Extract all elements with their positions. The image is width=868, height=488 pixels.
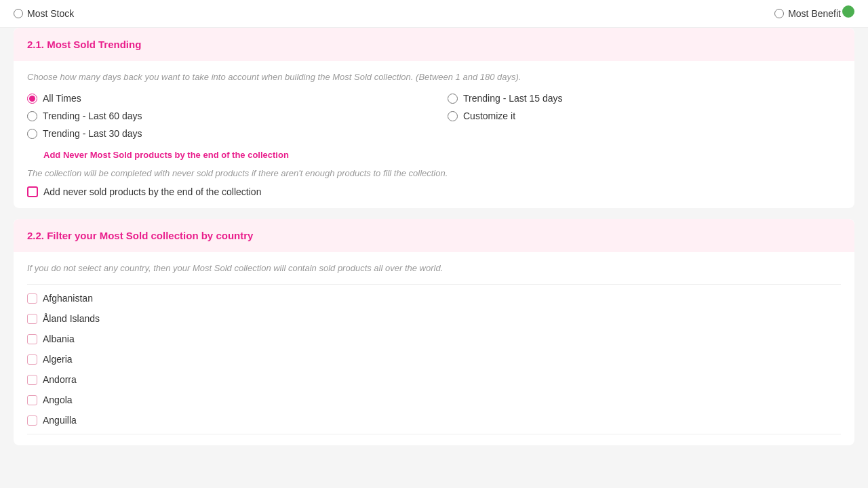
label-andorra: Andorra (43, 374, 77, 385)
trending-15-radio[interactable] (448, 94, 458, 104)
checkbox-angola[interactable] (27, 395, 37, 405)
never-sold-link[interactable]: Add Never Most Sold products by the end … (27, 150, 841, 160)
trending-options-grid: All Times Trending - Last 15 days Trendi… (27, 93, 841, 139)
section-22-card: 2.2. Filter your Most Sold collection by… (14, 219, 854, 445)
label-anguilla: Anguilla (43, 415, 77, 426)
never-sold-section: Add Never Most Sold products by the end … (27, 150, 841, 197)
all-times-label: All Times (43, 93, 81, 104)
country-algeria[interactable]: Algeria (27, 351, 835, 367)
country-angola[interactable]: Angola (27, 392, 835, 408)
country-afghanistan[interactable]: Afghanistan (27, 290, 835, 306)
section-21-title: 2.1. Most Sold Trending (27, 39, 141, 50)
label-aland-islands: Åland Islands (43, 313, 100, 324)
country-aland-islands[interactable]: Åland Islands (27, 310, 835, 327)
section-21-header: 2.1. Most Sold Trending (14, 28, 854, 61)
most-benefit-radio[interactable] (774, 9, 784, 18)
customize-label: Customize it (463, 110, 515, 121)
label-algeria: Algeria (43, 354, 73, 365)
country-list: Afghanistan Åland Islands Albania (27, 290, 841, 428)
country-albania[interactable]: Albania (27, 331, 835, 347)
trending-15-label: Trending - Last 15 days (463, 93, 563, 104)
country-scroll-area[interactable]: Afghanistan Åland Islands Albania (27, 290, 841, 428)
customize-radio[interactable] (448, 111, 458, 121)
checkbox-albania[interactable] (27, 334, 37, 344)
all-times-radio[interactable] (27, 94, 37, 104)
main-content: 2.1. Most Sold Trending Choose how many … (0, 28, 868, 470)
label-afghanistan: Afghanistan (43, 293, 93, 304)
label-angola: Angola (43, 394, 73, 405)
checkbox-andorra[interactable] (27, 375, 37, 385)
checkbox-algeria[interactable] (27, 354, 37, 365)
trending-60-label: Trending - Last 60 days (43, 110, 142, 121)
checkbox-afghanistan[interactable] (27, 293, 37, 304)
customize-option[interactable]: Customize it (448, 110, 841, 121)
country-andorra[interactable]: Andorra (27, 371, 835, 388)
trending-30-label: Trending - Last 30 days (43, 128, 142, 139)
trending-60-radio[interactable] (27, 111, 37, 121)
section-22-body: If you do not select any country, then y… (14, 252, 854, 445)
country-list-wrapper: Afghanistan Åland Islands Albania (27, 284, 841, 434)
label-albania: Albania (43, 333, 75, 344)
top-bar: Most Stock Most Benefit (0, 0, 868, 28)
trending-30-radio[interactable] (27, 129, 37, 139)
all-times-option[interactable]: All Times (27, 93, 420, 104)
checkbox-anguilla[interactable] (27, 415, 37, 426)
section-22-title: 2.2. Filter your Most Sold collection by… (27, 230, 253, 241)
status-indicator (842, 5, 854, 18)
never-sold-description: The collection will be completed with ne… (27, 168, 841, 178)
never-sold-checkbox-label: Add never sold products by the end of th… (43, 186, 261, 197)
checkbox-aland-islands[interactable] (27, 314, 37, 324)
most-benefit-option[interactable]: Most Benefit (774, 8, 841, 19)
never-sold-checkbox-item[interactable]: Add never sold products by the end of th… (27, 186, 841, 197)
section-21-body: Choose how many days back you want to ta… (14, 61, 854, 208)
section-22-header: 2.2. Filter your Most Sold collection by… (14, 219, 854, 252)
trending-30-option[interactable]: Trending - Last 30 days (27, 128, 420, 139)
most-benefit-label: Most Benefit (788, 8, 841, 19)
country-anguilla[interactable]: Anguilla (27, 412, 835, 428)
most-stock-label: Most Stock (27, 8, 74, 19)
trending-60-option[interactable]: Trending - Last 60 days (27, 110, 420, 121)
most-stock-radio[interactable] (14, 9, 23, 18)
top-bar-left: Most Stock (14, 8, 74, 19)
trending-15-option[interactable]: Trending - Last 15 days (448, 93, 841, 104)
section-21-description: Choose how many days back you want to ta… (27, 72, 841, 82)
most-stock-option[interactable]: Most Stock (14, 8, 74, 19)
section-21-card: 2.1. Most Sold Trending Choose how many … (14, 28, 854, 208)
country-description: If you do not select any country, then y… (27, 263, 841, 273)
never-sold-checkbox[interactable] (27, 186, 38, 197)
